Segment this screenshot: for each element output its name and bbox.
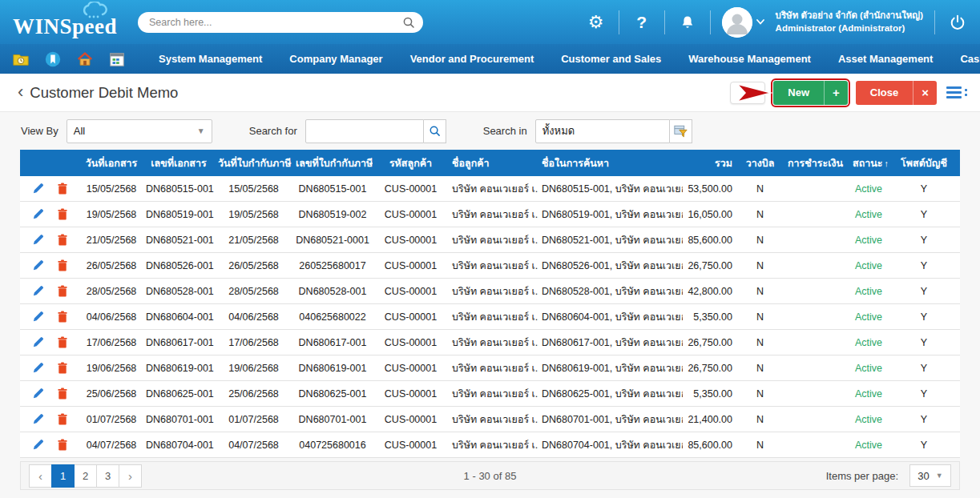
- cell-posted: Y: [888, 363, 960, 374]
- delete-trash-icon[interactable]: [56, 362, 69, 375]
- list-menu-icon[interactable]: [946, 85, 967, 101]
- header-search-name[interactable]: ชื่อในการค้นหา: [538, 155, 683, 171]
- edit-pencil-icon[interactable]: [32, 362, 45, 375]
- close-button[interactable]: Close ×: [856, 81, 937, 105]
- nav-item-cash-management[interactable]: Cash Management: [960, 53, 980, 65]
- new-plus-icon[interactable]: +: [825, 81, 848, 105]
- header-cust-code[interactable]: รหัสลูกค้า: [373, 155, 449, 171]
- delete-trash-icon[interactable]: [56, 208, 69, 221]
- nav-item-warehouse-management[interactable]: Warehouse Management: [688, 53, 811, 65]
- logout-power-icon[interactable]: [946, 11, 969, 34]
- delete-trash-icon[interactable]: [56, 336, 69, 349]
- delete-trash-icon[interactable]: [56, 439, 69, 452]
- close-x-icon[interactable]: ×: [913, 81, 937, 105]
- main-navbar: System Management Company Manager Vendor…: [0, 44, 980, 74]
- global-search[interactable]: [138, 12, 423, 33]
- nav-item-company-manager[interactable]: Company Manager: [289, 53, 382, 65]
- global-search-input[interactable]: [149, 17, 402, 28]
- edit-pencil-icon[interactable]: [32, 183, 45, 195]
- page-button-3[interactable]: 3: [96, 464, 119, 488]
- search-in-filter-button[interactable]: [670, 119, 692, 143]
- edit-pencil-icon[interactable]: [32, 259, 45, 272]
- home-icon[interactable]: [75, 50, 95, 69]
- app-logo[interactable]: WINSpeed: [11, 0, 123, 44]
- cell-tax-date: 19/05/2568: [215, 209, 292, 220]
- new-button-label: New: [773, 81, 824, 105]
- cell-tax-no: 040625680022: [292, 311, 373, 323]
- edit-pencil-icon[interactable]: [32, 413, 45, 426]
- header-doc-date[interactable]: วันที่เอกสาร: [80, 155, 143, 171]
- header-tax-date[interactable]: วันที่ใบกำกับภาษี: [215, 155, 292, 171]
- search-for-button[interactable]: [424, 119, 446, 143]
- header-total[interactable]: รวม: [683, 155, 739, 171]
- header-status[interactable]: สถานะ↑: [849, 155, 888, 171]
- cell-status: Active: [849, 363, 888, 374]
- edit-pencil-icon[interactable]: [32, 234, 45, 247]
- delete-trash-icon[interactable]: [56, 413, 69, 426]
- items-per-page-select[interactable]: 30 ▼: [909, 464, 951, 487]
- settings-gear-icon[interactable]: ⚙: [585, 11, 607, 34]
- edit-pencil-icon[interactable]: [32, 439, 45, 452]
- cell-cust-code: CUS-00001: [373, 337, 449, 348]
- divider: [710, 10, 711, 34]
- cell-total: 42,800.00: [683, 286, 739, 297]
- cell-billing: N: [739, 286, 781, 297]
- filter-bar: View By All ▼ Search for Search in: [0, 112, 980, 150]
- top-header: WINSpeed ⚙ ? บริษั: [0, 0, 980, 44]
- bookmark-icon[interactable]: [43, 50, 63, 69]
- table-row: 21/05/2568 DN680521-001 21/05/2568 DN680…: [20, 227, 960, 253]
- edit-pencil-icon[interactable]: [32, 311, 45, 323]
- cell-posted: Y: [888, 440, 960, 451]
- search-in-input[interactable]: [535, 119, 670, 143]
- collapse-panel-button[interactable]: [730, 82, 765, 104]
- cell-status: Active: [849, 414, 888, 425]
- header-payment[interactable]: การชำระเงิน: [781, 155, 849, 171]
- user-menu[interactable]: [722, 7, 764, 38]
- header-tax-no[interactable]: เลขที่ใบกำกับภาษี: [292, 155, 373, 171]
- search-icon[interactable]: [402, 16, 415, 29]
- header-cust-name[interactable]: ชื่อลูกค้า: [449, 155, 538, 171]
- notifications-bell-icon[interactable]: [676, 11, 699, 34]
- delete-trash-icon[interactable]: [56, 183, 69, 195]
- edit-pencil-icon[interactable]: [32, 208, 45, 221]
- delete-trash-icon[interactable]: [56, 234, 69, 247]
- header-billing[interactable]: วางบิล: [739, 155, 781, 171]
- calendar-icon[interactable]: [107, 50, 127, 69]
- new-button[interactable]: New +: [773, 81, 848, 105]
- search-for-input[interactable]: [305, 119, 424, 143]
- header-posted[interactable]: โพสต์บัญชี: [888, 155, 960, 171]
- cell-tax-no: DN680617-001: [292, 337, 373, 348]
- cell-tax-date: 26/05/2568: [215, 260, 292, 271]
- cell-tax-no: 040725680016: [292, 440, 373, 451]
- delete-trash-icon[interactable]: [56, 311, 69, 323]
- help-icon[interactable]: ?: [631, 11, 653, 34]
- cell-billing: N: [739, 363, 781, 374]
- view-by-select[interactable]: All ▼: [67, 119, 212, 143]
- delete-trash-icon[interactable]: [56, 285, 69, 298]
- cell-posted: Y: [888, 388, 960, 400]
- next-page-button[interactable]: ›: [119, 464, 142, 488]
- recent-folder-icon[interactable]: [11, 50, 30, 69]
- app-window: WINSpeed ⚙ ? บริษั: [0, 0, 980, 498]
- header-doc-no[interactable]: เลขที่เอกสาร: [143, 155, 215, 171]
- back-chevron-icon[interactable]: ‹: [18, 83, 23, 101]
- nav-item-vendor-procurement[interactable]: Vendor and Procurement: [410, 53, 534, 65]
- edit-pencil-icon[interactable]: [32, 388, 45, 400]
- pager: ‹ 1 2 3 ›: [29, 464, 141, 488]
- nav-item-customer-sales[interactable]: Customer and Sales: [561, 53, 661, 65]
- table-row: 17/06/2568 DN680617-001 17/06/2568 DN680…: [20, 330, 960, 355]
- nav-item-asset-management[interactable]: Asset Management: [838, 53, 933, 65]
- prev-page-button[interactable]: ‹: [29, 464, 52, 488]
- delete-trash-icon[interactable]: [56, 259, 69, 272]
- edit-pencil-icon[interactable]: [32, 336, 45, 349]
- nav-item-system-management[interactable]: System Management: [159, 53, 262, 65]
- page-button-2[interactable]: 2: [74, 464, 97, 488]
- delete-trash-icon[interactable]: [56, 388, 69, 400]
- edit-pencil-icon[interactable]: [32, 285, 45, 298]
- row-actions: [20, 234, 80, 247]
- cell-tax-date: 25/06/2568: [215, 388, 292, 400]
- cell-status: Active: [849, 260, 888, 271]
- page-button-1[interactable]: 1: [51, 464, 75, 488]
- cell-posted: Y: [888, 414, 960, 425]
- items-per-page: Items per page: 30 ▼: [826, 464, 951, 487]
